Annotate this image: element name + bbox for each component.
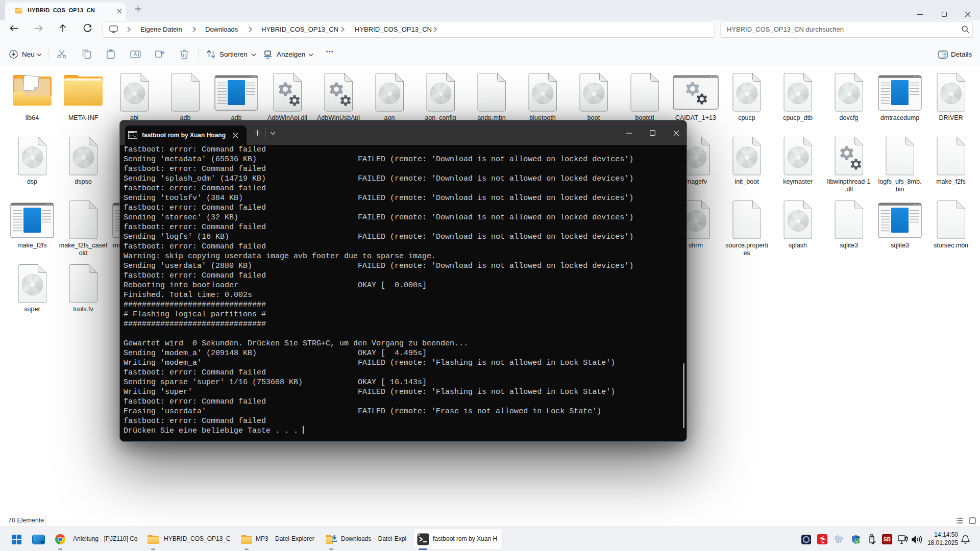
svg-text:SB: SB [884, 537, 891, 542]
svg-text:C:\: C:\ [129, 135, 135, 138]
